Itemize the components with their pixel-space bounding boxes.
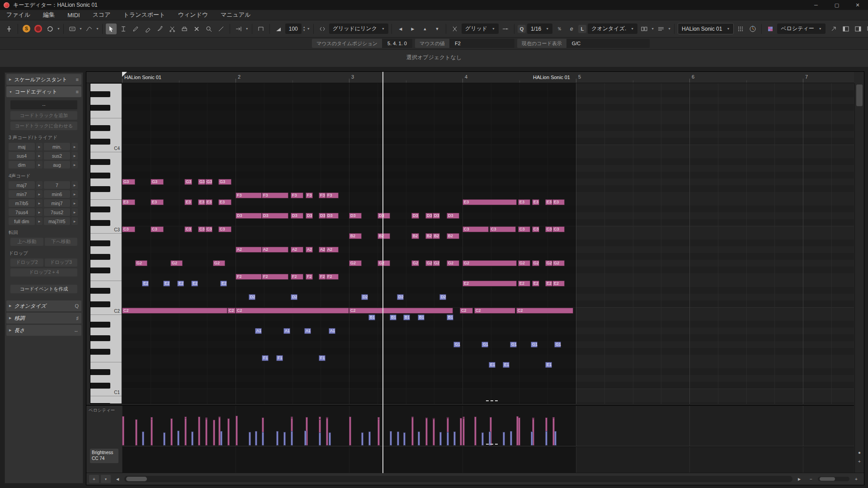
- midi-note[interactable]: G2: [425, 260, 433, 266]
- midi-note[interactable]: E3: [151, 199, 164, 205]
- acoustic-feedback-icon[interactable]: [45, 23, 56, 34]
- midi-note[interactable]: D3: [319, 213, 326, 219]
- midi-note[interactable]: D3: [291, 213, 303, 219]
- midi-note[interactable]: C3: [462, 226, 489, 232]
- piano-key-black[interactable]: [90, 301, 110, 307]
- midi-note[interactable]: F3: [326, 192, 339, 198]
- midi-note[interactable]: A1: [329, 328, 335, 334]
- chord-arrow-button[interactable]: ▶: [36, 152, 42, 160]
- velocity-bar[interactable]: [276, 431, 278, 446]
- velocity-bar[interactable]: [425, 418, 428, 446]
- split-tool[interactable]: [167, 23, 178, 34]
- velocity-bar[interactable]: [262, 432, 264, 446]
- midi-note[interactable]: D2: [249, 294, 255, 300]
- velocity-bar[interactable]: [163, 432, 165, 446]
- vertical-zoom-dot-icon[interactable]: ●: [855, 450, 864, 455]
- midi-note[interactable]: C2: [122, 308, 227, 314]
- menu-midi[interactable]: MIDI: [61, 12, 86, 19]
- velocity-bar[interactable]: [377, 419, 380, 446]
- midi-note[interactable]: D2: [361, 294, 368, 300]
- velocity-bar[interactable]: [198, 417, 200, 446]
- midi-note[interactable]: G1: [510, 342, 517, 347]
- midi-note[interactable]: B2: [433, 233, 440, 239]
- auto-select-caret-icon[interactable]: ▼: [79, 27, 82, 30]
- midi-note[interactable]: G3: [151, 179, 164, 185]
- horizontal-scrollbar-thumb[interactable]: [126, 477, 147, 481]
- velocity-bar[interactable]: [447, 432, 449, 446]
- lane-setup-caret-icon[interactable]: ▼: [101, 475, 111, 483]
- velocity-bar[interactable]: [474, 417, 476, 446]
- midi-note[interactable]: B1: [403, 314, 410, 320]
- midi-note[interactable]: G2: [349, 260, 362, 266]
- midi-note[interactable]: F3: [236, 192, 262, 198]
- midi-note[interactable]: E3: [462, 199, 517, 205]
- velocity-bar[interactable]: [390, 431, 392, 446]
- chord-arrow-button[interactable]: ▶: [36, 217, 42, 225]
- project-cursor[interactable]: [382, 72, 383, 473]
- midi-note[interactable]: D2: [439, 294, 446, 300]
- note-expression-caret-icon[interactable]: ▼: [96, 27, 99, 30]
- chord-button[interactable]: maj: [9, 143, 35, 150]
- zoom-out-button[interactable]: −: [806, 475, 816, 483]
- grid-link-label[interactable]: グリッドにリンク: [333, 25, 377, 33]
- nudge-left-button[interactable]: ◀: [395, 23, 406, 34]
- add-lane-button[interactable]: +: [89, 475, 99, 483]
- velocity-bar[interactable]: [177, 431, 179, 446]
- edited-part-name[interactable]: HALion Sonic 01: [682, 26, 722, 32]
- relative-grid-icon[interactable]: [500, 23, 511, 34]
- grid-link-dropdown[interactable]: グリッドにリンク▼: [329, 23, 388, 34]
- midi-input-caret-icon[interactable]: ▼: [668, 27, 671, 30]
- transpose-down-button[interactable]: ▼: [432, 23, 443, 34]
- grid-type-label[interactable]: グリッド: [465, 25, 487, 33]
- velocity-bar[interactable]: [283, 432, 286, 446]
- chevron-down-icon[interactable]: ▼: [726, 27, 730, 30]
- scroll-right-button[interactable]: ▶: [794, 475, 804, 483]
- velocity-bar[interactable]: [236, 416, 238, 446]
- quantize-preset-dropdown[interactable]: 1/16▼: [527, 23, 552, 34]
- midi-note[interactable]: G1: [481, 342, 488, 347]
- move-down-button[interactable]: 下へ移動: [45, 238, 78, 246]
- velocity-bar[interactable]: [170, 418, 173, 446]
- show-part-borders-icon[interactable]: [255, 23, 266, 34]
- velocity-caret-icon[interactable]: ▼: [307, 27, 310, 30]
- solo-editor-button[interactable]: S: [23, 25, 30, 33]
- piano-key-black[interactable]: [90, 206, 110, 212]
- piano-key-black[interactable]: [90, 125, 110, 131]
- chevron-down-icon[interactable]: ▼: [492, 27, 495, 30]
- midi-note[interactable]: G3: [184, 179, 192, 185]
- midi-note[interactable]: E3: [552, 199, 565, 205]
- chord-arrow-button[interactable]: ▶: [36, 161, 42, 169]
- midi-note[interactable]: G2: [532, 260, 539, 266]
- chord-arrow-button[interactable]: ▶: [36, 190, 42, 198]
- midi-note[interactable]: C3: [198, 226, 205, 232]
- midi-note[interactable]: A1: [255, 328, 262, 334]
- cc-lane[interactable]: [122, 446, 854, 474]
- midi-note[interactable]: E3: [184, 199, 192, 205]
- midi-note[interactable]: G2: [411, 260, 419, 266]
- piano-key-black[interactable]: [90, 335, 110, 341]
- velocity-bar[interactable]: [213, 420, 215, 446]
- chord-button[interactable]: dim: [9, 161, 35, 169]
- piano-key-black[interactable]: [90, 288, 110, 294]
- drop2-button[interactable]: ドロップ2: [10, 258, 43, 267]
- piano-key-black[interactable]: [90, 91, 110, 97]
- spinner-down-icon[interactable]: ▼: [303, 29, 306, 32]
- midi-note[interactable]: E2: [462, 281, 517, 286]
- chord-arrow-button[interactable]: ▶: [36, 143, 42, 150]
- chevron-down-icon[interactable]: ▼: [819, 27, 822, 30]
- velocity-bar[interactable]: [510, 431, 512, 446]
- midi-note[interactable]: C2: [236, 308, 349, 314]
- midi-note[interactable]: B2: [411, 233, 419, 239]
- auto-scroll-caret-icon[interactable]: ▼: [245, 27, 249, 30]
- section-scale-assistant[interactable]: ▶ スケールアシスタント ≡: [6, 74, 81, 85]
- piano-key-black[interactable]: [90, 254, 110, 260]
- chevron-down-icon[interactable]: ▼: [382, 27, 385, 30]
- velocity-lane[interactable]: [122, 405, 854, 446]
- midi-note[interactable]: D3: [236, 213, 262, 219]
- midi-note[interactable]: A2: [291, 247, 303, 253]
- midi-note[interactable]: E2: [142, 281, 149, 286]
- midi-note[interactable]: E1: [489, 362, 495, 368]
- midi-note[interactable]: E2: [177, 281, 184, 286]
- midi-input-icon[interactable]: [656, 23, 666, 34]
- midi-note[interactable]: D3: [433, 213, 440, 219]
